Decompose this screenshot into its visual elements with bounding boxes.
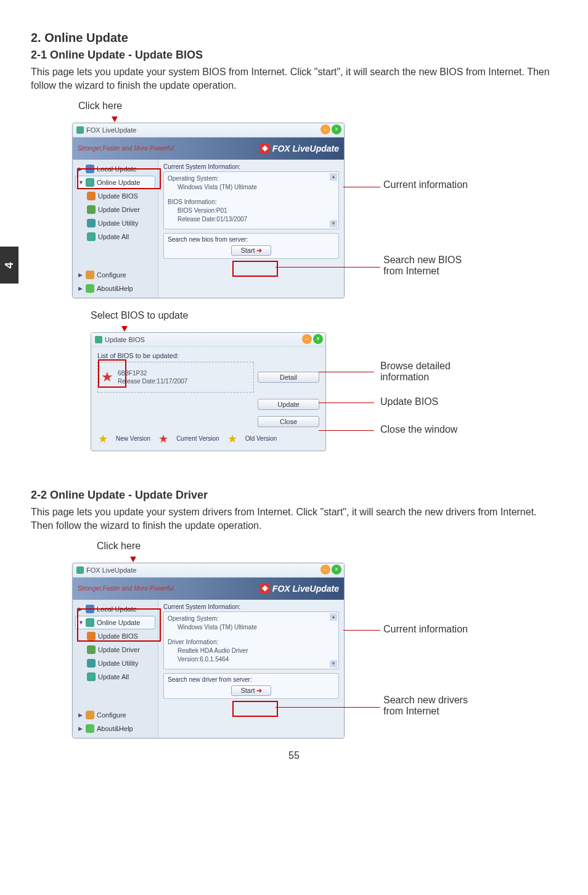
app-banner: Stronger,Faster and More Powerful FOX Li… (73, 578, 344, 600)
sidebar-item-configure[interactable]: ▶ Configure (75, 708, 155, 722)
legend-old: Old Version (245, 435, 277, 442)
brand-label: FOX LiveUpdate (260, 144, 339, 153)
sidebar-item-configure[interactable]: ▶ Configure (75, 268, 155, 282)
arrow-down-icon (121, 326, 128, 332)
update-bios-icon (87, 192, 96, 200)
figure-1: Click here FOX LiveUpdate – × Stronger,F… (60, 100, 528, 292)
slogan-text: Stronger,Faster and More Powerful (78, 585, 174, 592)
start-button[interactable]: Start➜ (231, 245, 271, 256)
callout-current-info: Current information (383, 179, 468, 190)
start-button[interactable]: Start➜ (231, 685, 271, 696)
update-driver-icon (87, 205, 96, 214)
callout-update: Update BIOS (380, 396, 438, 407)
update-bios-icon (87, 632, 96, 640)
sidebar-item-update-bios[interactable]: Update BIOS (75, 189, 155, 203)
search-label: Search new bios from server: (168, 236, 335, 243)
update-button[interactable]: Update (258, 399, 319, 410)
sidebar-item-update-utility[interactable]: Update Utility (75, 656, 155, 670)
brand-label: FOX LiveUpdate (260, 584, 339, 594)
configure-icon (86, 711, 94, 719)
star-current-icon: ★ (158, 433, 169, 444)
sidebar-item-online-update[interactable]: ▼ Online Update (75, 616, 155, 629)
os-value: Windows Vista (TM) Ultimate (168, 183, 335, 192)
sidebar-item-update-driver[interactable]: Update Driver (75, 203, 155, 216)
chapter-tab: 4 (0, 247, 18, 284)
slogan-text: Stronger,Faster and More Powerful (78, 145, 174, 152)
app-icon (95, 336, 102, 343)
fox-icon (260, 584, 270, 594)
driver-version: Version:6.0.1.5464 (168, 655, 335, 664)
sidebar-item-update-all[interactable]: Update All (75, 230, 155, 243)
start-arrow-icon: ➜ (256, 247, 262, 254)
caret-right-icon: ▶ (78, 285, 83, 292)
sidebar-item-update-driver[interactable]: Update Driver (75, 643, 155, 656)
minimize-button[interactable]: – (302, 334, 312, 344)
app-banner: Stronger,Faster and More Powerful FOX Li… (73, 137, 344, 160)
os-value: Windows Vista (TM) Ultimate (168, 623, 335, 632)
close-button[interactable]: × (313, 334, 323, 344)
window-title: FOX LiveUpdate (86, 126, 136, 134)
bios-release-date: Release Date:11/17/2007 (118, 377, 187, 385)
list-label: List of BIOS to be updated: (97, 352, 319, 359)
arrow-down-icon (112, 116, 118, 122)
callout-line (343, 630, 380, 631)
bios-version: BIOS Version:P01 (168, 206, 335, 215)
info-box: Operating System: Windows Vista (TM) Ult… (163, 611, 339, 669)
callout-line (319, 403, 374, 404)
sidebar-item-about-help[interactable]: ▶ About&Help (75, 282, 155, 295)
callout-current-info: Current information (383, 624, 468, 635)
update-all-icon (87, 232, 96, 241)
title-bar: FOX LiveUpdate – × (73, 123, 344, 137)
callout-line (319, 372, 374, 373)
caret-down-icon: ▼ (78, 619, 83, 626)
caret-right-icon: ▶ (78, 712, 83, 718)
help-icon (86, 724, 94, 733)
scroll-up-icon[interactable]: ▲ (330, 613, 337, 621)
figure-2: Select BIOS to update Update BIOS – × Li… (60, 310, 528, 470)
caret-right-icon: ▶ (78, 725, 83, 732)
sidebar-item-about-help[interactable]: ▶ About&Help (75, 722, 155, 735)
sidebar-item-local-update[interactable]: ▶ Local Update (75, 162, 155, 176)
bios-name: 6B3F1P32 (118, 369, 187, 377)
detail-button[interactable]: Detail (258, 372, 319, 383)
bios-list-item[interactable]: ★ 6B3F1P32 Release Date:11/17/2007 (97, 362, 254, 393)
sidebar-item-online-update[interactable]: ▼ Online Update (75, 176, 155, 189)
panel-heading: Current System Information: (163, 163, 339, 170)
caret-down-icon: ▼ (78, 179, 83, 186)
subsection-title-1: 2-1 Online Update - Update BIOS (31, 49, 557, 62)
caret-right-icon: ▶ (78, 272, 83, 278)
click-here-label-2: Click here (97, 541, 528, 552)
search-section: Search new driver from server: Start➜ (163, 673, 339, 699)
help-icon (86, 284, 94, 293)
sidebar-item-local-update[interactable]: ▶ Local Update (75, 602, 155, 616)
callout-line (276, 267, 380, 268)
search-label: Search new driver from server: (168, 676, 335, 683)
sidebar-item-update-utility[interactable]: Update Utility (75, 216, 155, 230)
close-button[interactable]: × (332, 125, 341, 134)
dialog-title-bar: Update BIOS – × (91, 333, 325, 347)
window-title: FOX LiveUpdate (86, 566, 136, 574)
scroll-up-icon[interactable]: ▲ (330, 173, 337, 181)
close-button[interactable]: × (332, 565, 341, 574)
main-panel: Current System Information: Operating Sy… (158, 600, 344, 738)
figure-3: Click here FOX LiveUpdate – × Stronger,F… (60, 541, 528, 732)
dialog-title: Update BIOS (105, 336, 145, 343)
minimize-button[interactable]: – (321, 125, 330, 134)
driver-label: Driver Information: (168, 638, 335, 647)
fox-icon (260, 144, 270, 153)
title-bar: FOX LiveUpdate – × (73, 563, 344, 578)
close-dialog-button[interactable]: Close (258, 416, 319, 427)
caret-right-icon: ▶ (78, 606, 83, 612)
minimize-button[interactable]: – (321, 565, 330, 574)
sidebar-item-update-all[interactable]: Update All (75, 670, 155, 684)
online-update-icon (86, 618, 94, 627)
scroll-down-icon[interactable]: ▼ (330, 220, 337, 227)
sidebar-item-update-bios[interactable]: Update BIOS (75, 629, 155, 643)
arrow-down-icon (130, 557, 136, 562)
scroll-down-icon[interactable]: ▼ (330, 660, 337, 668)
star-old-icon: ★ (227, 433, 238, 444)
legend-current: Current Version (176, 435, 219, 442)
app-icon (76, 126, 84, 134)
main-panel: Current System Information: Operating Sy… (158, 160, 344, 298)
sidebar: ▶ Local Update ▼ Online Update Update BI… (73, 600, 158, 738)
